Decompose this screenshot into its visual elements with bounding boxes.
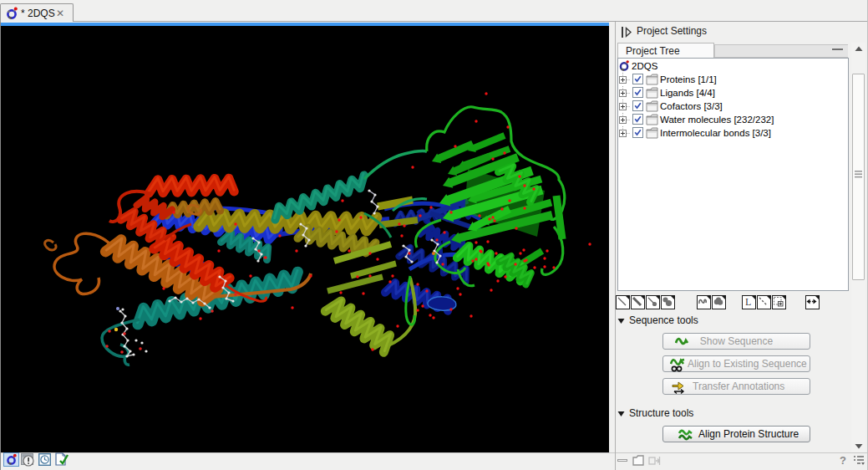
svg-text:L: L (745, 296, 751, 307)
